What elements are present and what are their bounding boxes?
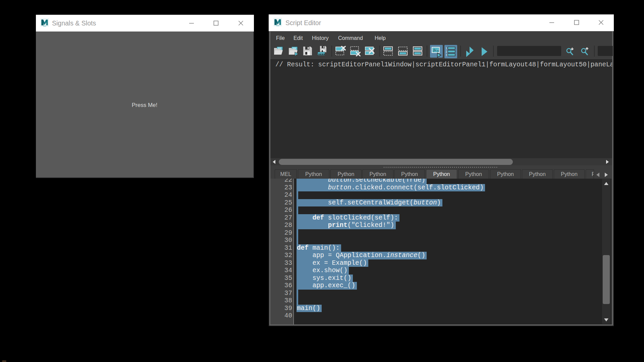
- svg-text:2: 2: [446, 50, 447, 53]
- svg-text:fx: fx: [433, 48, 436, 52]
- svg-text:3: 3: [446, 53, 447, 57]
- svg-text:1: 1: [446, 47, 447, 50]
